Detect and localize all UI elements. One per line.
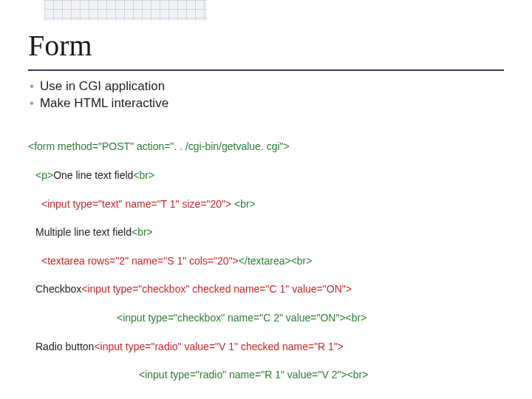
bullet-item: • Use in CGI application <box>30 78 168 95</box>
code-span: <br> <box>347 369 369 381</box>
code-line: <input type="radio" name="R 1" value="V … <box>139 368 516 382</box>
code-span: <input type="checkbox" checked name="C 1… <box>81 283 352 295</box>
code-line: <p>One line text field<br> <box>35 168 516 183</box>
code-span: <input type="radio" name="R 1" value="V … <box>139 369 347 381</box>
bullet-text: Use in CGI application <box>40 78 165 95</box>
bullet-list: • Use in CGI application • Make HTML int… <box>30 78 168 112</box>
code-span: One line text field <box>53 169 133 181</box>
code-line: Multiple line text field<br> <box>35 225 516 239</box>
code-line: Checkbox<input type="checkbox" checked n… <box>35 282 516 296</box>
bullet-text: Make HTML interactive <box>40 95 168 112</box>
code-span: <br> <box>291 255 313 267</box>
code-block: <form method="POST" action=". . /cgi-bin… <box>28 126 516 399</box>
title-underline <box>28 69 504 71</box>
code-span: <input type="radio" value="V 1" checked … <box>94 341 344 352</box>
bullet-dot-icon: • <box>30 78 34 95</box>
code-span: <input type="text" name="T 1" size="20"> <box>41 198 231 210</box>
code-line: <textarea rows="2" name="S 1" cols="20">… <box>41 254 516 268</box>
code-line: Radio button<input type="radio" value="V… <box>35 340 516 354</box>
code-span: Radio button <box>35 341 94 352</box>
code-span: <br> <box>346 312 367 324</box>
code-span: <br> <box>133 169 154 181</box>
code-span: <form method="POST" action=". . /cgi-bin… <box>28 140 290 152</box>
code-span: <br> <box>234 198 256 210</box>
code-span: </textarea> <box>239 255 291 267</box>
code-span: <p> <box>35 169 53 181</box>
bullet-item: • Make HTML interactive <box>30 95 168 112</box>
code-line: <input type="text" name="T 1" size="20">… <box>41 197 516 211</box>
code-line: <form method="POST" action=". . /cgi-bin… <box>28 140 516 154</box>
bullet-dot-icon: • <box>30 95 34 112</box>
code-line: <input type="checkbox" name="C 2" value=… <box>117 311 516 325</box>
code-span: Checkbox <box>35 283 81 295</box>
code-span: Multiple line text field <box>35 226 132 238</box>
code-span: <br> <box>132 226 153 238</box>
slide: Form • Use in CGI application • Make HTM… <box>0 0 532 399</box>
slide-title: Form <box>28 28 92 63</box>
code-span: <textarea rows="2" name="S 1" cols="20"> <box>41 255 239 267</box>
decorative-grid <box>44 0 207 21</box>
code-span: <input type="checkbox" name="C 2" value=… <box>117 312 346 324</box>
